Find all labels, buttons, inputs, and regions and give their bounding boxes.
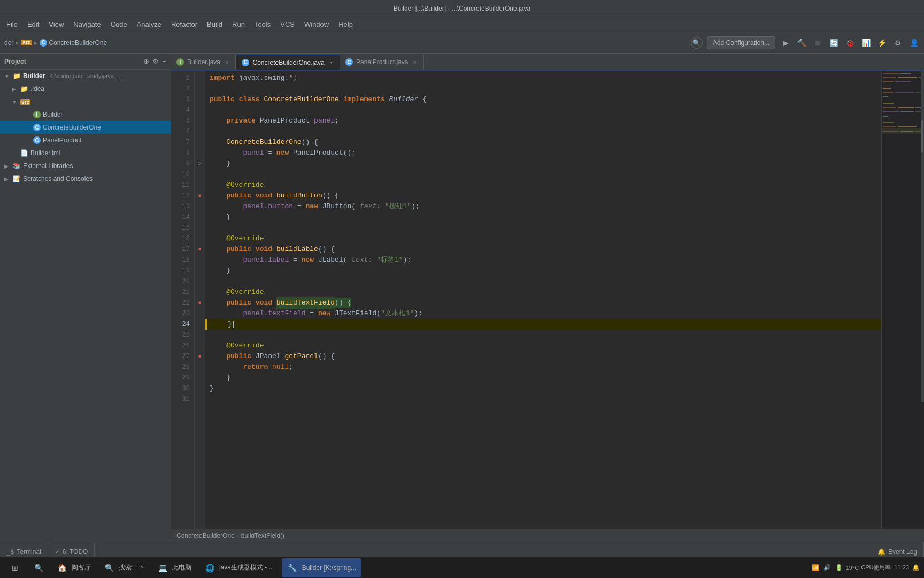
menu-edit[interactable]: Edit — [23, 19, 43, 30]
editor-area: I Builder.java × C ConcreteBuilderOne.ja… — [171, 54, 924, 542]
ln-28: 28 — [171, 362, 194, 372]
line-numbers: 1 2 3 4 5 6 7 8 9 10 11 12 13 14 15 16 1… — [171, 71, 195, 529]
breadcrumb-class[interactable]: C ConcreteBuilderOne — [40, 39, 107, 47]
code-line-1: import javax.swing.*; — [205, 73, 881, 83]
svg-rect-3 — [898, 77, 917, 78]
breadcrumb-src[interactable]: src — [21, 40, 32, 45]
tab-close-concrete-builder[interactable]: × — [328, 59, 334, 66]
system-tray: 📶 🔊 🔋 — [812, 564, 843, 571]
svg-rect-0 — [883, 73, 899, 74]
menu-vcs[interactable]: VCS — [276, 19, 299, 30]
network-icon[interactable]: 📶 — [812, 564, 819, 571]
menu-file[interactable]: File — [2, 19, 22, 30]
tab-label-builder: Builder.java — [187, 58, 220, 66]
system-time[interactable]: 11:23 — [894, 564, 909, 571]
ln-15: 15 — [171, 223, 194, 233]
svg-rect-12 — [883, 103, 894, 104]
menu-navigate[interactable]: Navigate — [69, 19, 105, 30]
menu-view[interactable]: View — [44, 19, 68, 30]
tree-item-panel-product[interactable]: ▶ C PanelProduct — [0, 134, 171, 147]
tab-close-builder[interactable]: × — [224, 58, 230, 66]
add-configuration-button[interactable]: Add Configuration... — [707, 36, 775, 49]
taskbar-start[interactable]: ⊞ — [4, 558, 26, 577]
tab-panel-product-java[interactable]: C PanelProduct.java × — [340, 55, 424, 70]
build-button[interactable]: 🔨 — [796, 37, 807, 49]
tree-item-scratches[interactable]: ▶ 📝 Scratches and Consoles — [0, 172, 171, 185]
breadcrumb-method-name[interactable]: buildTextField() — [241, 532, 284, 539]
menu-analyze[interactable]: Analyze — [133, 19, 166, 30]
tab-label-panel-product: PanelProduct.java — [356, 58, 408, 66]
svg-rect-11 — [883, 96, 888, 97]
menu-help[interactable]: Help — [334, 19, 357, 30]
svg-rect-5 — [883, 81, 894, 82]
tree-item-builder-iml[interactable]: ▶ 📄 Builder.iml — [0, 147, 171, 159]
tree-item-builder-interface[interactable]: ▶ I Builder — [0, 108, 171, 121]
tree-item-external-libs[interactable]: ▶ 📚 External Libraries — [0, 159, 171, 172]
tree-item-src[interactable]: ▼ src — [0, 95, 171, 108]
code-line-28: return null; — [205, 362, 881, 372]
tab-icon-builder: I — [176, 58, 184, 66]
code-line-19: } — [205, 265, 881, 276]
tab-icon-concrete-builder: C — [242, 59, 249, 66]
code-line-24: } — [205, 319, 881, 330]
weather-desc: CPU使用率 — [861, 564, 891, 572]
main-area: Project ⊕ ⚙ − ▼ 📁 Builder K:\springboot_… — [0, 54, 924, 542]
search-taskbar-icon: 🔍 — [33, 562, 44, 573]
ln-8: 8 — [171, 148, 194, 158]
taskbar-taoke[interactable]: 🏠 陶客厅 — [51, 558, 96, 577]
ln-27: 27 — [171, 351, 194, 362]
code-line-12: public void buildButton() { — [205, 191, 881, 201]
profile-button[interactable]: ⚡ — [876, 37, 888, 49]
taskbar-intellij[interactable]: 🔧 Builder [K:\spring... — [282, 558, 361, 577]
rerun-button[interactable]: 🔄 — [828, 37, 840, 49]
project-explore-icon[interactable]: ⊕ — [143, 57, 149, 65]
tab-builder-java[interactable]: I Builder.java × — [171, 55, 236, 70]
code-content[interactable]: import javax.swing.*; public class Concr… — [205, 71, 881, 529]
taskbar-sousuo[interactable]: 🔍 搜索一下 — [98, 558, 150, 577]
taskbar-chrome[interactable]: 🌐 java生成器模式 - ... — [199, 558, 280, 577]
tree-item-idea[interactable]: ▶ 📁 .idea — [0, 82, 171, 95]
svg-rect-6 — [895, 81, 911, 82]
sidebar: Project ⊕ ⚙ − ▼ 📁 Builder K:\springboot_… — [0, 54, 171, 542]
taskbar-search[interactable]: 🔍 — [28, 558, 49, 577]
weather-temp: 19°C — [846, 565, 859, 571]
svg-rect-19 — [883, 116, 888, 117]
coverage-button[interactable]: 📊 — [860, 37, 872, 49]
more-button[interactable]: 👤 — [908, 37, 920, 49]
tree-item-concrete-builder[interactable]: ▶ C ConcreteBuilderOne — [0, 121, 171, 134]
volume-icon[interactable]: 🔊 — [823, 564, 831, 571]
tab-close-panel-product[interactable]: × — [411, 58, 418, 66]
code-line-2 — [205, 83, 881, 94]
run-button[interactable]: ▶ — [780, 37, 791, 49]
taskbar-computer[interactable]: 💻 此电脑 — [152, 558, 197, 577]
gutter-marks: ▽ ● ● ● ● — [195, 71, 205, 529]
code-line-20 — [205, 276, 881, 287]
computer-icon: 💻 — [157, 562, 168, 573]
code-line-10 — [205, 169, 881, 180]
ln-16: 16 — [171, 233, 194, 244]
menu-code[interactable]: Code — [106, 19, 132, 30]
project-header: Project ⊕ ⚙ − — [0, 54, 171, 70]
debug-button[interactable]: 🐞 — [844, 37, 856, 49]
notification-icon[interactable]: 🔔 — [912, 564, 920, 571]
menu-run[interactable]: Run — [228, 19, 249, 30]
find-toolbar-button[interactable]: 🔍 — [691, 37, 703, 49]
settings-button[interactable]: ⚙ — [892, 37, 904, 49]
breadcrumb-class-name[interactable]: ConcreteBuilderOne — [176, 532, 235, 539]
tree-item-builder-root[interactable]: ▼ 📁 Builder K:\springboot_study\java_... — [0, 70, 171, 82]
tab-icon-panel-product: C — [345, 58, 353, 66]
title-bar: Builder [...\Builder] - ...\ConcreteBuil… — [0, 0, 924, 17]
menu-build[interactable]: Build — [203, 19, 227, 30]
editor-tabs: I Builder.java × C ConcreteBuilderOne.ja… — [171, 54, 924, 71]
project-collapse-icon[interactable]: − — [162, 57, 166, 65]
project-settings-icon[interactable]: ⚙ — [152, 57, 159, 65]
menu-window[interactable]: Window — [300, 19, 333, 30]
menu-refactor[interactable]: Refactor — [167, 19, 202, 30]
ln-3: 3 — [171, 94, 194, 105]
svg-rect-10 — [915, 92, 921, 93]
battery-icon[interactable]: 🔋 — [835, 564, 843, 571]
project-header-label: Project — [4, 58, 26, 65]
tab-concrete-builder-java[interactable]: C ConcreteBuilderOne.java × — [236, 55, 340, 70]
menu-tools[interactable]: Tools — [250, 19, 275, 30]
breadcrumb-root[interactable]: der — [4, 39, 13, 47]
